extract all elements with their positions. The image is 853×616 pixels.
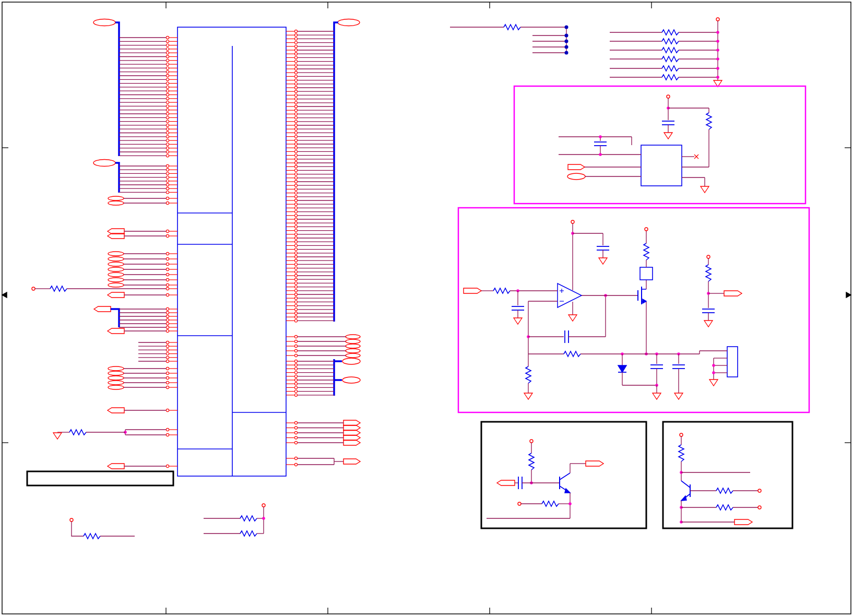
pin-end — [166, 381, 169, 384]
offpage-connector-icon — [346, 335, 360, 339]
offpage-connector-icon — [338, 19, 360, 26]
connector-block — [727, 347, 738, 377]
ground-icon — [514, 318, 522, 324]
pin-end — [294, 345, 297, 347]
pin-end — [166, 268, 169, 270]
pin-end — [294, 132, 297, 134]
pin-end — [294, 128, 297, 131]
pin-end — [294, 241, 297, 243]
pin-end — [294, 161, 297, 164]
pin-end — [166, 78, 169, 81]
ground-icon — [53, 433, 62, 439]
resistor — [662, 48, 679, 53]
pin-end — [166, 109, 169, 111]
pin-end — [294, 354, 297, 357]
pin-end — [294, 139, 297, 141]
pin-end — [294, 98, 297, 100]
pin-end — [294, 282, 297, 285]
pin-end — [166, 124, 169, 126]
ground-icon — [704, 321, 713, 327]
pin-end — [294, 457, 297, 459]
net-stub — [70, 518, 73, 522]
pin-end — [294, 248, 297, 251]
pin-end — [166, 257, 169, 260]
pin-end — [166, 263, 169, 265]
net-stub — [262, 504, 265, 507]
pin-end — [166, 202, 169, 204]
pin-end — [294, 79, 297, 81]
pin-end — [166, 307, 169, 310]
pin-end — [166, 367, 169, 370]
pin-end — [166, 180, 169, 182]
zener-diode — [618, 365, 626, 372]
port-connector-icon — [568, 164, 585, 170]
resistor — [84, 534, 100, 539]
pin-end — [294, 278, 297, 281]
pin-end — [166, 341, 169, 343]
offpage-connector-icon — [346, 349, 360, 353]
offpage-connector-icon — [93, 19, 115, 26]
offpage-connector-icon — [108, 283, 124, 287]
resistor — [529, 453, 534, 470]
junction-dot — [712, 364, 715, 367]
pin-end — [166, 97, 169, 100]
pin-end — [294, 30, 297, 32]
pin-end — [294, 289, 297, 292]
pin-end — [294, 368, 297, 370]
pin-end — [294, 135, 297, 138]
pin-end — [294, 154, 297, 157]
resistor — [542, 501, 559, 506]
pin-end — [294, 340, 297, 342]
pin-end — [166, 82, 169, 85]
ground-icon — [599, 258, 607, 264]
ground-icon — [524, 393, 532, 399]
ic-box — [641, 145, 682, 186]
pin-end — [166, 409, 169, 411]
pin-end — [166, 70, 169, 73]
label-box — [27, 471, 173, 485]
pin-end — [294, 116, 297, 119]
pin-end — [294, 335, 297, 338]
junction-dot — [565, 26, 568, 29]
pin-end — [294, 390, 297, 393]
highlight-box — [458, 208, 809, 412]
port-connector-icon — [343, 430, 360, 435]
pin-end — [166, 349, 169, 351]
junction-dot — [716, 49, 719, 52]
pin-end — [294, 75, 297, 78]
resistor — [526, 366, 531, 383]
offpage-connector-icon — [342, 377, 360, 383]
pin-end — [294, 394, 297, 396]
port-connector-icon — [724, 291, 742, 296]
net-tag-icon — [108, 292, 124, 298]
resistor — [679, 445, 684, 461]
offpage-connector-icon — [108, 376, 124, 380]
bjt-arrow — [565, 489, 570, 493]
port-connector-icon — [464, 288, 481, 293]
pin-end — [294, 286, 297, 288]
pin-end — [166, 155, 169, 157]
pin-end — [294, 427, 297, 429]
pin-end — [166, 93, 169, 96]
net-stub — [518, 502, 521, 505]
pin-end — [166, 52, 169, 54]
edge-arrow-right — [846, 292, 851, 298]
resistor — [662, 56, 679, 62]
pin-end — [166, 135, 169, 138]
pin-end — [294, 378, 297, 381]
pin-end — [294, 60, 297, 63]
offpage-connector-icon — [108, 267, 124, 271]
pin-end — [294, 188, 297, 191]
resistor — [706, 265, 711, 281]
port-connector-icon — [343, 425, 360, 431]
pin-end — [294, 192, 297, 194]
pin-end — [166, 172, 169, 175]
offpage-connector-icon — [108, 385, 124, 389]
pin-end — [166, 90, 169, 92]
pin-end — [294, 90, 297, 93]
resistor — [50, 286, 67, 291]
pin-end — [166, 360, 169, 362]
pin-end — [166, 230, 169, 232]
net-stub — [758, 489, 761, 492]
junction-dot — [716, 31, 719, 34]
